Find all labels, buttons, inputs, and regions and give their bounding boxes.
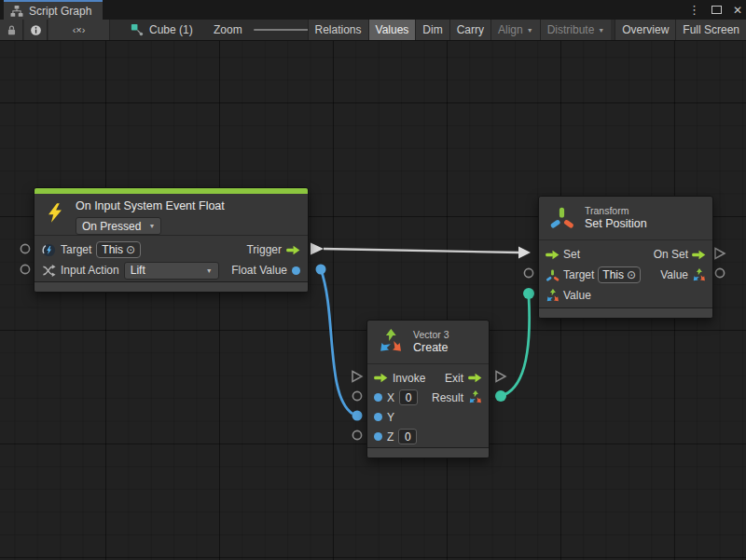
- target-icon: ⊙: [627, 268, 636, 281]
- event-mode-dropdown[interactable]: On Pressed ▼: [76, 217, 161, 235]
- node-type-label: Vector 3: [413, 329, 449, 341]
- input-action-label: Input Action: [61, 264, 119, 277]
- flow-arrow-icon: [468, 373, 482, 383]
- chevron-down-icon: ▼: [598, 27, 604, 34]
- transform-mini-icon: [546, 268, 560, 282]
- node-title: On Input System Event Float: [76, 199, 225, 213]
- chevron-down-icon: ▼: [148, 223, 155, 229]
- target-self-chip[interactable]: This ⊙: [96, 241, 141, 258]
- tab-bar: Script Graph ⋮ ✕: [0, 0, 746, 20]
- node-on-input-system-event-float[interactable]: On Input System Event Float On Pressed ▼…: [34, 187, 309, 293]
- port-trigger-out[interactable]: [311, 243, 324, 255]
- z-port-icon: [374, 432, 382, 441]
- z-port-label: Z: [387, 430, 394, 444]
- x-port-label: X: [387, 391, 394, 404]
- port-invoke-in[interactable]: [352, 372, 362, 382]
- values-button[interactable]: Values: [368, 20, 416, 40]
- wire-floatvalue-to-y[interactable]: [321, 269, 352, 414]
- float-value-label: Float Value: [231, 264, 287, 277]
- port-event-target-in[interactable]: [21, 244, 29, 253]
- value-out-label: Value: [660, 268, 688, 281]
- target-self-chip[interactable]: This ⊙: [598, 266, 641, 283]
- wire-arrowhead-icon: [518, 247, 531, 259]
- lock-button[interactable]: [0, 20, 23, 40]
- node-type-label: Transform: [585, 205, 647, 217]
- port-exit-out[interactable]: [496, 372, 505, 382]
- vector3-mini-icon: [546, 289, 560, 303]
- wire-result-to-value[interactable]: [501, 296, 530, 396]
- y-port-icon: [374, 413, 382, 421]
- port-result-out[interactable]: [495, 390, 506, 402]
- node-footer: [35, 281, 308, 292]
- node-footer: [367, 447, 489, 458]
- transform-icon: [549, 205, 574, 230]
- port-z-in[interactable]: [352, 430, 361, 439]
- x-port-icon: [374, 393, 382, 402]
- lightning-icon: [45, 201, 65, 225]
- zoom-label: Zoom: [214, 23, 242, 36]
- input-action-dropdown[interactable]: Lift ▼: [124, 262, 219, 280]
- info-icon: [30, 24, 42, 36]
- node-transform-set-position[interactable]: Transform Set Position Set On Set Target…: [538, 196, 713, 319]
- overview-button[interactable]: Overview: [615, 20, 675, 40]
- flow-arrow-icon: [692, 250, 706, 260]
- target-port-label: Target: [61, 243, 91, 256]
- script-graph-icon: [10, 5, 23, 18]
- exit-port-label: Exit: [445, 372, 463, 385]
- vector3-icon: [378, 329, 403, 354]
- carry-button[interactable]: Carry: [449, 20, 490, 40]
- invoke-port-label: Invoke: [393, 372, 425, 385]
- node-vector3-create[interactable]: Vector 3 Create Invoke Exit X 0 Res: [366, 320, 490, 458]
- graph-canvas[interactable]: On Input System Event Float On Pressed ▼…: [0, 41, 746, 560]
- align-button[interactable]: Align ▼: [490, 20, 540, 40]
- vector3-mini-icon: [692, 268, 706, 282]
- close-icon[interactable]: ✕: [733, 4, 742, 17]
- flow-arrow-icon: [374, 373, 388, 383]
- node-title: Set Position: [585, 217, 647, 231]
- script-graph-window: Script Graph ⋮ ✕ ‹×› Cube (1) Zoom 1x: [0, 0, 746, 560]
- relations-button[interactable]: Relations: [308, 20, 368, 40]
- distribute-button[interactable]: Distribute ▼: [540, 20, 612, 40]
- z-value-input[interactable]: 0: [398, 429, 417, 444]
- tab-title: Script Graph: [29, 5, 91, 18]
- breadcrumb-root-button[interactable]: ‹×›: [48, 20, 110, 40]
- tab-script-graph[interactable]: Script Graph: [4, 0, 103, 20]
- x-value-input[interactable]: 0: [399, 389, 418, 405]
- wire-trigger-to-set[interactable]: [324, 249, 518, 253]
- y-port-label: Y: [387, 411, 394, 424]
- input-system-icon: [42, 243, 56, 257]
- flow-arrow-icon: [546, 250, 560, 260]
- maximize-icon[interactable]: [711, 6, 722, 14]
- port-transform-target-in[interactable]: [715, 268, 724, 277]
- port-onset-out[interactable]: [715, 249, 725, 259]
- onset-port-label: On Set: [654, 248, 688, 261]
- target-icon: ⊙: [126, 243, 135, 256]
- graph-toolbar: ‹×› Cube (1) Zoom 1x Relations Values Di…: [0, 20, 746, 41]
- port-value-in[interactable]: [523, 288, 534, 299]
- node-title: Create: [413, 341, 449, 355]
- machine-graph-icon: [131, 23, 144, 36]
- breadcrumb-icon: ‹×›: [73, 24, 86, 35]
- set-port-label: Set: [563, 248, 580, 261]
- port-x-in[interactable]: [352, 391, 361, 400]
- inspect-button[interactable]: [24, 20, 48, 40]
- vector3-mini-icon: [468, 390, 482, 404]
- fullscreen-button[interactable]: Full Screen: [675, 20, 746, 40]
- port-transform-target-left[interactable]: [524, 268, 532, 277]
- port-y-in[interactable]: [352, 411, 363, 421]
- port-event-action-in[interactable]: [21, 265, 29, 273]
- graph-target-label: Cube (1): [149, 23, 193, 36]
- chevron-down-icon: ▼: [527, 27, 533, 34]
- dim-button[interactable]: Dim: [415, 20, 449, 40]
- target-port-label: Target: [563, 268, 594, 281]
- float-port-icon: [292, 266, 300, 275]
- node-footer: [539, 307, 712, 318]
- port-floatvalue-out[interactable]: [316, 265, 326, 275]
- input-action-icon: [42, 264, 56, 278]
- lock-icon: [6, 24, 18, 36]
- chevron-down-icon: ▼: [206, 267, 213, 274]
- flow-arrow-icon: [286, 245, 300, 255]
- window-menu-icon[interactable]: ⋮: [688, 3, 700, 17]
- trigger-port-label: Trigger: [246, 243, 282, 256]
- graph-target[interactable]: Cube (1): [131, 20, 193, 40]
